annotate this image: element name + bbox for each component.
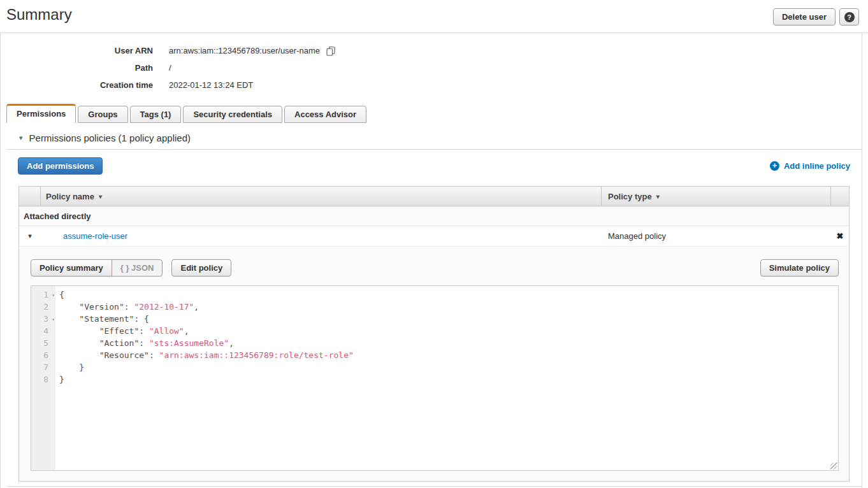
gutter-line-number: 4 (31, 325, 55, 337)
page-title: Summary (6, 6, 72, 24)
column-header-policy-name[interactable]: Policy name ▾ (41, 187, 602, 206)
tab-groups[interactable]: Groups (78, 106, 127, 123)
policy-summary-view-button[interactable]: Policy summary (31, 259, 112, 276)
gutter-line-number: 5 (31, 337, 55, 349)
permissions-policies-heading-label: Permissions policies (1 policy applied) (29, 133, 191, 143)
gutter-line-number: 8 (31, 373, 55, 385)
add-inline-policy-link[interactable]: + Add inline policy (770, 161, 850, 171)
plus-circle-icon: + (770, 161, 779, 171)
path-value: / (169, 63, 171, 73)
meta-row-user-arn: User ARN arn:aws:iam::123456789:user/use… (0, 42, 868, 59)
sort-caret-icon: ▾ (99, 193, 102, 200)
gutter-line-number: 1▾ (31, 289, 55, 301)
gutter-line-number: 6 (31, 349, 55, 361)
user-meta: User ARN arn:aws:iam::123456789:user/use… (0, 33, 868, 94)
detach-policy-icon[interactable]: ✖ (837, 231, 844, 241)
json-code-line[interactable]: { (59, 289, 838, 301)
section-divider (6, 149, 862, 150)
creation-time-value: 2022-01-12 13:24 EDT (169, 80, 253, 90)
json-code-line[interactable]: "Action": "sts:AssumeRole", (59, 337, 838, 349)
tab-access-advisor[interactable]: Access Advisor (284, 106, 366, 123)
gutter-line-number: 2 (31, 301, 55, 313)
tab-tags[interactable]: Tags (1) (130, 106, 182, 123)
help-button[interactable]: ? (839, 8, 859, 25)
tab-security-credentials[interactable]: Security credentials (183, 106, 282, 123)
resize-handle-icon[interactable] (830, 463, 837, 470)
table-header-spacer (831, 187, 849, 206)
permissions-policies-heading[interactable]: ▾ Permissions policies (1 policy applied… (19, 133, 191, 143)
group-row-attached-directly: Attached directly (19, 206, 849, 226)
policy-detail-panel: Policy summary { } JSON Edit policy Simu… (19, 247, 849, 481)
policy-type-value: Managed policy (608, 231, 666, 241)
content-bottom-divider (6, 486, 862, 487)
meta-label: Path (0, 63, 153, 73)
edit-policy-button[interactable]: Edit policy (171, 259, 231, 276)
json-code-line[interactable]: "Resource": "arn:aws:iam::123456789:role… (59, 349, 838, 361)
json-policy-editor[interactable]: 1▾23▾45678 { "Version": "2012-10-17", "S… (31, 285, 839, 471)
policy-name-link[interactable]: assume-role-user (63, 231, 127, 241)
simulate-policy-button[interactable]: Simulate policy (760, 259, 839, 276)
table-header-spacer (19, 187, 41, 206)
help-icon: ? (844, 12, 855, 22)
tab-permissions[interactable]: Permissions (6, 104, 76, 123)
collapse-caret-icon: ▾ (19, 134, 23, 142)
content-left-border (0, 33, 1, 488)
column-header-policy-type[interactable]: Policy type ▾ (602, 187, 831, 206)
meta-label: Creation time (0, 80, 153, 90)
policy-view-toggle: Policy summary { } JSON (31, 259, 163, 276)
json-code-line[interactable]: "Version": "2012-10-17", (59, 301, 838, 313)
json-editor-lines[interactable]: { "Version": "2012-10-17", "Statement": … (55, 286, 838, 470)
json-code-line[interactable]: "Effect": "Allow", (59, 325, 838, 337)
meta-row-path: Path / (0, 59, 868, 76)
permissions-tab-content: ▾ Permissions policies (1 policy applied… (0, 133, 868, 487)
gutter-line-number: 3▾ (31, 313, 55, 325)
fold-caret-icon[interactable]: ▾ (52, 289, 55, 301)
expand-caret-icon[interactable]: ▾ (28, 232, 32, 240)
json-code-line[interactable]: } (59, 373, 838, 385)
fold-caret-icon[interactable]: ▾ (52, 313, 55, 326)
policy-table: Policy name ▾ Policy type ▾ Attached dir… (18, 186, 850, 482)
json-code-line[interactable]: } (59, 361, 838, 373)
json-editor-gutter: 1▾23▾45678 (31, 286, 55, 470)
gutter-line-number: 7 (31, 361, 55, 373)
header-actions: Delete user ? (773, 8, 859, 25)
column-header-label: Policy type (608, 192, 652, 201)
meta-label: User ARN (0, 46, 153, 55)
column-header-label: Policy name (46, 192, 94, 201)
policy-detail-actions: Policy summary { } JSON Edit policy Simu… (31, 259, 839, 276)
user-arn-value: arn:aws:iam::123456789:user/user-name (169, 46, 320, 55)
policy-table-row: ▾ assume-role-user Managed policy ✖ (19, 226, 849, 247)
policy-actions-row: Add permissions + Add inline policy (18, 157, 850, 175)
content-right-border (862, 33, 862, 488)
page-header: Summary Delete user ? (0, 0, 868, 33)
policy-table-header: Policy name ▾ Policy type ▾ (19, 187, 849, 206)
group-row-label: Attached directly (24, 212, 90, 221)
tab-bar: Permissions Groups Tags (1) Security cre… (0, 104, 868, 123)
add-inline-policy-label: Add inline policy (784, 161, 850, 171)
json-code-line[interactable]: "Statement": { (59, 313, 838, 325)
sort-caret-icon: ▾ (656, 193, 660, 200)
copy-icon[interactable] (326, 46, 336, 56)
add-permissions-button[interactable]: Add permissions (18, 157, 103, 175)
json-view-button: { } JSON (112, 259, 163, 276)
meta-row-creation-time: Creation time 2022-01-12 13:24 EDT (0, 76, 868, 94)
delete-user-button[interactable]: Delete user (773, 8, 835, 25)
